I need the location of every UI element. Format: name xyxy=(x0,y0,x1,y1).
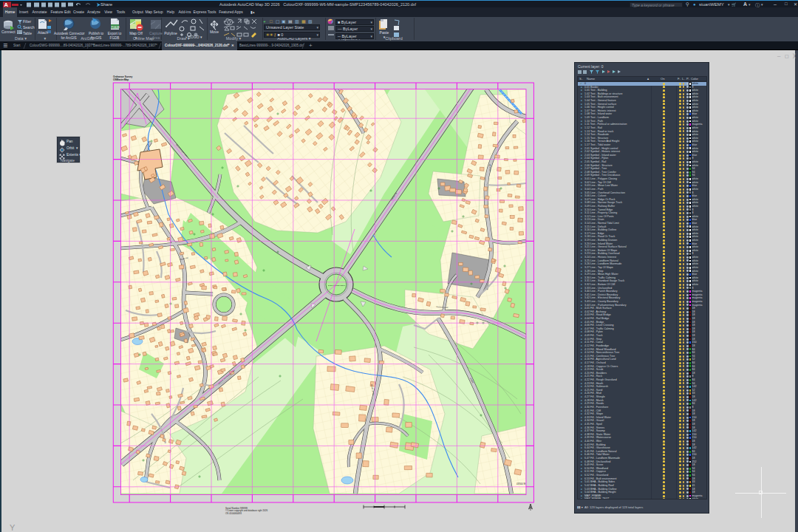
svg-text:OS 0100060493: OS 0100060493 xyxy=(225,512,242,515)
svg-text:▦: ▦ xyxy=(301,19,306,24)
svg-text:◕: ◕ xyxy=(263,19,266,24)
svg-text:▧: ▧ xyxy=(308,19,313,24)
svg-text:FGDB: FGDB xyxy=(112,25,120,29)
svg-text:□: □ xyxy=(270,19,273,24)
svg-text:OSMasterMap: OSMasterMap xyxy=(113,78,129,81)
svg-text:▢: ▢ xyxy=(276,19,280,24)
svg-text:SHELL ROUNDABOUT: SHELL ROUNDABOUT xyxy=(328,284,346,286)
svg-text:▣: ▣ xyxy=(282,19,286,24)
svg-text:437000 99: 437000 99 xyxy=(516,482,526,485)
svg-text:▥: ▥ xyxy=(295,19,299,24)
svg-text:▤: ▤ xyxy=(288,19,293,24)
